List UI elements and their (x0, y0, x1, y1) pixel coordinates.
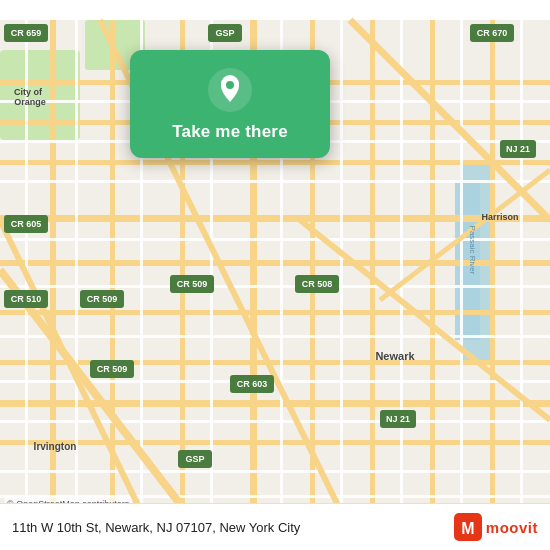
svg-text:Orange: Orange (14, 97, 46, 107)
svg-rect-37 (340, 20, 343, 530)
svg-text:CR 509: CR 509 (87, 294, 118, 304)
svg-rect-8 (0, 360, 550, 365)
svg-text:CR 510: CR 510 (11, 294, 42, 304)
svg-text:NJ 21: NJ 21 (506, 144, 530, 154)
svg-text:CR 659: CR 659 (11, 28, 42, 38)
bottom-bar: 11th W 10th St, Newark, NJ 07107, New Yo… (0, 503, 550, 550)
address-text: 11th W 10th St, Newark, NJ 07107, New Yo… (12, 520, 300, 535)
svg-text:M: M (461, 520, 474, 537)
svg-rect-24 (0, 180, 550, 183)
take-me-there-card: Take me there (130, 50, 330, 158)
moovit-logo: M moovit (454, 513, 538, 541)
svg-text:CR 670: CR 670 (477, 28, 508, 38)
svg-text:Harrison: Harrison (481, 212, 518, 222)
svg-rect-30 (0, 470, 550, 473)
svg-rect-25 (0, 238, 550, 241)
svg-point-83 (226, 81, 234, 89)
svg-rect-40 (520, 20, 523, 530)
svg-rect-14 (50, 20, 56, 530)
svg-rect-29 (0, 420, 550, 423)
svg-text:CR 508: CR 508 (302, 279, 333, 289)
svg-rect-27 (0, 335, 550, 338)
moovit-m-icon: M (454, 513, 482, 541)
svg-text:CR 603: CR 603 (237, 379, 268, 389)
svg-text:GSP: GSP (185, 454, 204, 464)
svg-rect-21 (490, 20, 495, 530)
take-me-there-button[interactable]: Take me there (172, 122, 288, 142)
svg-text:CR 509: CR 509 (177, 279, 208, 289)
svg-rect-7 (0, 310, 550, 315)
location-pin-icon (208, 68, 252, 112)
svg-rect-38 (400, 20, 403, 530)
svg-text:NJ 21: NJ 21 (386, 414, 410, 424)
map-container: CR 659 GSP CR 670 NJ 21 CR 605 CR 510 CR… (0, 0, 550, 550)
svg-rect-13 (0, 160, 550, 165)
svg-rect-5 (0, 215, 550, 222)
svg-text:CR 509: CR 509 (97, 364, 128, 374)
svg-text:Newark: Newark (375, 350, 415, 362)
svg-text:Irvington: Irvington (34, 441, 77, 452)
svg-rect-26 (0, 285, 550, 288)
svg-text:Passaic River: Passaic River (468, 226, 477, 275)
svg-text:City of: City of (14, 87, 43, 97)
svg-rect-33 (75, 20, 78, 530)
svg-rect-9 (0, 400, 550, 407)
svg-rect-6 (0, 260, 550, 266)
moovit-label: moovit (486, 519, 538, 536)
svg-rect-10 (0, 440, 550, 445)
svg-text:CR 605: CR 605 (11, 219, 42, 229)
svg-text:GSP: GSP (215, 28, 234, 38)
svg-rect-39 (460, 20, 463, 530)
